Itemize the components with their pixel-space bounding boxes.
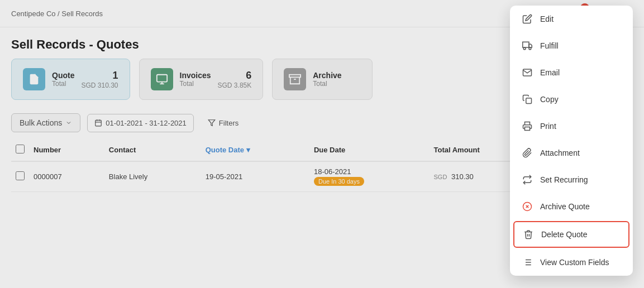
svg-point-22 xyxy=(523,47,526,50)
email-icon xyxy=(521,66,533,79)
menu-item-print[interactable]: Print xyxy=(510,113,633,140)
menu-item-attachment[interactable]: Attachment xyxy=(510,140,633,166)
menu-item-set-recurring[interactable]: Set Recurring xyxy=(510,166,633,192)
svg-rect-25 xyxy=(525,127,530,131)
menu-email-label: Email xyxy=(540,68,560,77)
truck-icon xyxy=(521,40,533,52)
svg-rect-24 xyxy=(526,98,532,104)
menu-copy-label: Copy xyxy=(540,95,559,104)
copy-icon xyxy=(521,93,533,105)
context-menu: Edit Fulfill Email Copy Print Attachment xyxy=(510,6,633,192)
menu-item-edit[interactable]: Edit xyxy=(510,6,633,32)
svg-marker-21 xyxy=(529,44,532,47)
menu-item-email[interactable]: Email xyxy=(510,59,633,86)
recurring-icon xyxy=(521,174,533,186)
menu-edit-label: Edit xyxy=(540,15,554,23)
print-icon xyxy=(521,120,533,132)
menu-set-recurring-label: Set Recurring xyxy=(540,175,588,184)
menu-attachment-label: Attachment xyxy=(540,148,580,157)
svg-rect-20 xyxy=(523,42,529,47)
menu-fulfill-label: Fulfill xyxy=(540,41,559,50)
edit-icon xyxy=(521,13,533,25)
paperclip-icon xyxy=(521,147,533,159)
menu-item-fulfill[interactable]: Fulfill xyxy=(510,32,633,59)
menu-print-label: Print xyxy=(540,122,556,131)
svg-point-23 xyxy=(529,47,531,50)
menu-item-copy[interactable]: Copy xyxy=(510,86,633,113)
